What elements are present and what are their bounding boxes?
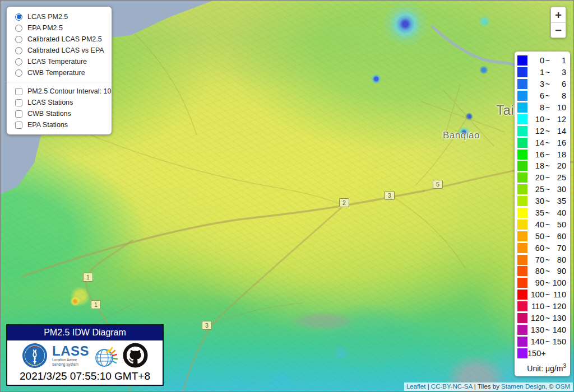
legend-range-high: 40	[551, 208, 567, 217]
radio-icon[interactable]	[15, 36, 22, 43]
legend-row: 14 ~ 16	[517, 137, 567, 148]
checkbox-icon[interactable]	[15, 110, 22, 118]
layer-radio-option[interactable]: EPA PM2.5	[13, 22, 106, 34]
legend-range-high: 110	[551, 290, 567, 299]
radio-label: LCAS PM2.5	[27, 13, 68, 21]
radio-icon[interactable]	[15, 69, 22, 77]
legend-range-low: 130	[527, 325, 544, 334]
academia-sinica-logo[interactable]	[22, 343, 48, 368]
road-shield: 5	[433, 180, 443, 189]
osm-link[interactable]: OSM	[556, 383, 570, 390]
layer-radio-option[interactable]: Calibrated LCAS PM2.5	[13, 34, 106, 45]
legend-color-swatch	[517, 138, 527, 148]
legend-range-high: 6	[551, 80, 567, 88]
legend-range-low: 1	[527, 68, 544, 77]
lass-logo[interactable]: LASS Location Aware Sensing System	[52, 344, 89, 367]
legend-row: 110 ~ 120	[517, 301, 567, 312]
leaflet-link[interactable]: Leaflet	[406, 383, 426, 390]
info-panel: PM2.5 IDW Diagram LASS Location Aware Se…	[6, 324, 164, 386]
zoom-in-button[interactable]: +	[551, 7, 566, 22]
legend-color-swatch	[517, 150, 527, 160]
layer-radio-option[interactable]: CWB Temperature	[13, 67, 106, 78]
radio-icon[interactable]	[15, 47, 22, 54]
legend-range-separator: ~	[544, 244, 551, 253]
city-label: Banqiao	[443, 130, 480, 141]
attribution-tiles-by: | Tiles by	[473, 383, 502, 390]
radio-label: Calibrated LCAS vs EPA	[27, 46, 104, 54]
radio-label: CWB Temperature	[27, 69, 85, 77]
pm25-map-app: TaipeiBanqiao 113235 LCAS PM2.5 EPA PM2.…	[0, 0, 574, 392]
radio-icon[interactable]	[15, 58, 22, 66]
checkbox-icon[interactable]	[15, 88, 22, 95]
legend-color-swatch	[517, 266, 527, 276]
legend-range-separator: ~	[544, 337, 551, 346]
license-link[interactable]: CC-BY-NC-SA	[431, 383, 473, 390]
legend-unit: Unit: μg/m3	[517, 363, 567, 373]
checkbox-label: PM2.5 Contour Interval: 10	[27, 87, 111, 95]
legend-row: 3 ~ 6	[517, 78, 567, 90]
legend-row: 80 ~ 90	[517, 265, 567, 277]
legend-range-separator: ~	[544, 267, 551, 276]
legend-range-separator: ~	[544, 91, 551, 100]
legend-color-swatch	[517, 337, 527, 347]
legend-row: 35 ~ 40	[517, 207, 567, 219]
road-shield: 1	[91, 300, 101, 309]
checkbox-label: CWB Stations	[27, 110, 71, 118]
legend-range-separator: ~	[544, 197, 551, 206]
legend-color-swatch	[517, 161, 527, 171]
timestamp: 2021/3/25 07:55:10 GMT+8	[7, 370, 163, 385]
legend-row: 6 ~ 8	[517, 90, 567, 102]
legend-range-low: 20	[527, 173, 544, 182]
radio-icon[interactable]	[15, 13, 22, 21]
pm25-legend: 0 ~ 1 1 ~ 3 3 ~ 6	[515, 52, 570, 376]
legend-range-low: 110	[527, 302, 544, 311]
legend-row: 120 ~ 130	[517, 312, 567, 324]
overlay-checkbox-option[interactable]: LCAS Stations	[13, 97, 106, 108]
github-logo[interactable]	[123, 343, 148, 368]
legend-range-low: 16	[527, 150, 544, 159]
legend-color-swatch	[517, 348, 527, 358]
legend-range-low: 35	[527, 208, 544, 217]
checkbox-icon[interactable]	[15, 122, 22, 129]
layer-radio-option[interactable]: LCAS PM2.5	[13, 11, 106, 22]
legend-range-low: 140	[527, 337, 544, 346]
legend-range-high: 14	[551, 127, 567, 136]
globe-logo[interactable]	[94, 343, 118, 368]
legend-range-high: 1	[551, 56, 567, 65]
legend-range-low: 6	[527, 91, 544, 100]
stamen-link[interactable]: Stamen Design	[501, 383, 545, 390]
legend-range-separator: ~	[544, 302, 551, 311]
overlay-checkbox-option[interactable]: PM2.5 Contour Interval: 10	[13, 86, 106, 97]
legend-color-swatch	[517, 196, 527, 206]
legend-color-swatch	[517, 172, 527, 183]
legend-row: 18 ~ 20	[517, 160, 567, 172]
layer-radio-option[interactable]: Calibrated LCAS vs EPA	[13, 45, 106, 56]
legend-range-low: 70	[527, 255, 544, 264]
checkbox-icon[interactable]	[15, 99, 22, 106]
zoom-out-button[interactable]: −	[551, 22, 566, 38]
radio-icon[interactable]	[15, 25, 22, 32]
legend-range-high: 35	[551, 197, 567, 206]
legend-range-low: 14	[527, 138, 544, 147]
legend-range-high: 100	[551, 278, 567, 287]
legend-color-swatch	[517, 208, 527, 218]
overlay-checkbox-option[interactable]: CWB Stations	[13, 108, 106, 119]
legend-row: 40 ~ 50	[517, 218, 567, 230]
legend-range-low: 30	[527, 197, 544, 206]
legend-range-high: 80	[551, 255, 567, 264]
legend-row: 20 ~ 25	[517, 172, 567, 184]
legend-color-swatch	[517, 184, 527, 194]
overlay-checkbox-option[interactable]: EPA Stations	[13, 119, 106, 130]
legend-color-swatch	[517, 231, 527, 241]
legend-row: 50 ~ 60	[517, 230, 567, 242]
legend-range-low: 18	[527, 161, 544, 170]
legend-color-swatch	[517, 313, 527, 323]
layer-radio-group: LCAS PM2.5 EPA PM2.5 Calibrated LCAS PM2…	[13, 11, 106, 78]
legend-range-low: 0	[527, 56, 544, 65]
legend-range-high: 70	[551, 244, 567, 253]
legend-color-swatch	[517, 55, 527, 66]
attribution-separator: |	[425, 383, 430, 390]
road-shield: 2	[339, 198, 349, 207]
layer-radio-option[interactable]: LCAS Temperature	[13, 56, 106, 67]
legend-range-low: 80	[527, 267, 544, 276]
